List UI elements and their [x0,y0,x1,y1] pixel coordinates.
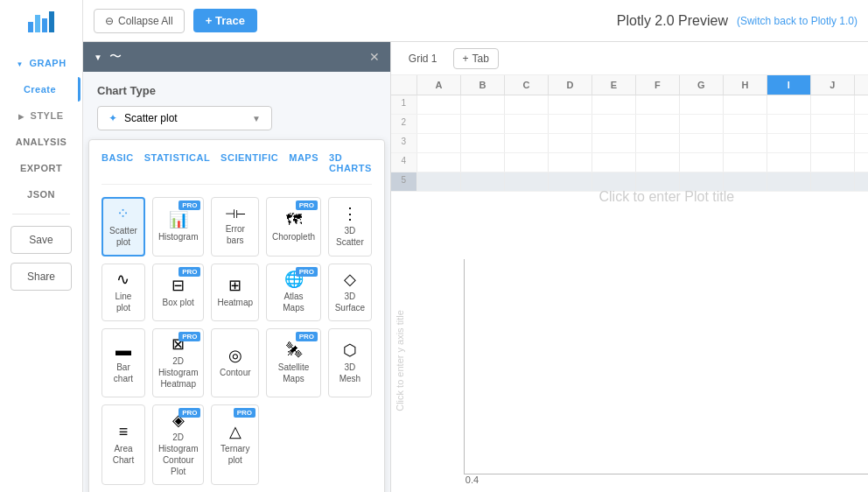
sidebar-item-graph[interactable]: ▼ GRAPH [2,51,80,75]
cell-b5[interactable] [461,172,505,191]
chart-item-2d-hist-heatmap[interactable]: PRO ⊠ 2D Histogram Heatmap [152,328,205,397]
cell-g1[interactable] [680,95,724,114]
cell-g5[interactable] [680,172,724,191]
cell-k4[interactable] [855,153,868,172]
panel-chevron-icon[interactable]: ▼ [94,53,102,62]
cell-e2[interactable] [592,115,636,133]
cell-c1[interactable] [505,95,549,114]
col-header-a[interactable]: A [417,75,461,95]
col-header-h[interactable]: H [724,75,767,95]
col-header-g[interactable]: G [680,75,724,95]
cell-j2[interactable] [811,115,855,133]
cell-i2[interactable] [767,115,811,133]
cell-g3[interactable] [680,134,724,152]
cell-e1[interactable] [592,95,636,114]
chart-item-2d-hist-contour[interactable]: PRO ◈ 2D Histogram Contour Plot [152,404,205,485]
cell-c2[interactable] [505,115,549,133]
col-header-i[interactable]: I [767,75,811,95]
chart-item-heatmap[interactable]: ⊞ Heatmap [211,264,259,321]
cell-h2[interactable] [724,115,767,133]
chart-item-histogram[interactable]: PRO 📊 Histogram [152,197,205,257]
cell-h1[interactable] [724,95,767,114]
tab-scientific[interactable]: SCIENTIFIC [220,152,278,177]
cell-f2[interactable] [636,115,680,133]
chart-item-line[interactable]: ∿ Line plot [102,264,145,321]
save-button[interactable]: Save [10,226,72,254]
cell-e5[interactable] [592,172,636,191]
cell-c5[interactable] [505,172,549,191]
cell-h4[interactable] [724,153,767,172]
chart-item-area[interactable]: ≡ Area Chart [102,404,145,485]
sidebar-item-json[interactable]: JSON [2,182,80,207]
tab-3d-charts[interactable]: 3D CHARTS [329,152,372,177]
chart-item-ternary[interactable]: PRO △ Ternary plot [211,404,259,485]
chart-item-errorbars[interactable]: ⊣⊢ Error bars [211,197,259,257]
cell-e3[interactable] [592,134,636,152]
sidebar-item-analysis[interactable]: ANALYSIS [2,130,80,154]
cell-d3[interactable] [549,134,592,152]
y-axis-label-hint[interactable]: Click to enter y axis title [395,310,405,411]
col-header-k[interactable]: K [855,75,868,95]
cell-b2[interactable] [461,115,505,133]
cell-a2[interactable] [417,115,461,133]
cell-c4[interactable] [505,153,549,172]
cell-j4[interactable] [811,153,855,172]
panel-close-btn[interactable]: ✕ [369,50,380,64]
cell-i3[interactable] [767,134,811,152]
tab-maps[interactable]: MAPS [289,152,318,177]
cell-b3[interactable] [461,134,505,152]
sidebar-item-export[interactable]: EXPORT [2,156,80,180]
chart-item-3d-surface[interactable]: ◇ 3D Surface [328,264,372,321]
cell-e4[interactable] [592,153,636,172]
tab-basic[interactable]: BASIC [102,152,134,177]
sidebar-item-create[interactable]: Create [2,77,80,102]
cell-k1[interactable] [855,95,868,114]
cell-a1[interactable] [417,95,461,114]
chart-item-bar[interactable]: ▬ Bar chart [102,328,145,397]
cell-b4[interactable] [461,153,505,172]
chart-item-3d-mesh[interactable]: ⬡ 3D Mesh [328,328,372,397]
chart-item-satellite-maps[interactable]: PRO 🛰 Satellite Maps [266,328,321,397]
col-header-e[interactable]: E [592,75,636,95]
cell-g2[interactable] [680,115,724,133]
chart-item-atlas-maps[interactable]: PRO 🌐 Atlas Maps [266,264,321,321]
cell-k5[interactable] [855,172,868,191]
col-header-f[interactable]: F [636,75,680,95]
cell-j1[interactable] [811,95,855,114]
chart-item-3d-scatter[interactable]: ⋮ 3D Scatter [328,197,372,257]
cell-k3[interactable] [855,134,868,152]
col-header-j[interactable]: J [811,75,855,95]
cell-i1[interactable] [767,95,811,114]
tab-statistical[interactable]: STATISTICAL [144,152,210,177]
cell-c3[interactable] [505,134,549,152]
cell-k2[interactable] [855,115,868,133]
col-header-b[interactable]: B [461,75,505,95]
collapse-all-button[interactable]: ⊖ Collapse All [94,9,185,33]
cell-j3[interactable] [811,134,855,152]
cell-a3[interactable] [417,134,461,152]
chart-type-dropdown[interactable]: ✦ Scatter plot ▼ [97,106,272,130]
cell-b1[interactable] [461,95,505,114]
chart-item-contour[interactable]: ◎ Contour [211,328,259,397]
cell-d1[interactable] [549,95,592,114]
cell-a5[interactable] [417,172,461,191]
chart-item-choropleth[interactable]: PRO 🗺 Choropleth [266,197,321,257]
sidebar-item-style[interactable]: ▶ STYLE [2,103,80,128]
col-header-c[interactable]: C [505,75,549,95]
cell-a4[interactable] [417,153,461,172]
share-button[interactable]: Share [10,263,72,291]
cell-d5[interactable] [549,172,592,191]
cell-f5[interactable] [636,172,680,191]
add-trace-button[interactable]: + Trace [193,9,257,32]
col-header-d[interactable]: D [549,75,592,95]
cell-f1[interactable] [636,95,680,114]
switch-link[interactable]: (Switch back to Plotly 1.0) [737,15,858,27]
cell-h3[interactable] [724,134,767,152]
cell-j5[interactable] [811,172,855,191]
cell-g4[interactable] [680,153,724,172]
cell-f3[interactable] [636,134,680,152]
add-tab-button[interactable]: + Tab [453,48,499,69]
cell-f4[interactable] [636,153,680,172]
chart-item-scatter[interactable]: ⁘ Scatter plot [102,197,145,257]
cell-d4[interactable] [549,153,592,172]
